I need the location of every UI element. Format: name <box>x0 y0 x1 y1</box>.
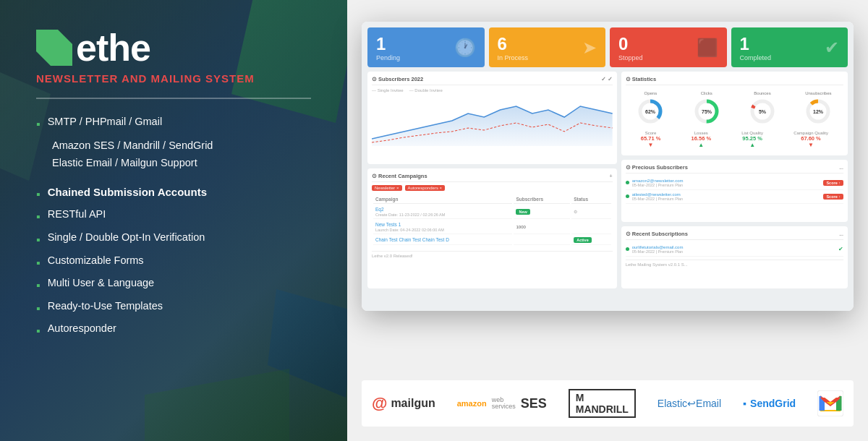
bullet-icon-7: ▪ <box>36 322 41 341</box>
subscriber-dot-1 <box>626 181 629 184</box>
main-container: ethe Newsletter and Mailing System ▪ SMT… <box>0 0 868 441</box>
subscribers-panel-title: ⊙ Subscribers 2022 <box>372 76 423 82</box>
precious-subscribers-panel: ⊙ Precious Subscribers ... amazon2@newsl… <box>621 160 848 222</box>
stat-card-inprocess: 6 In Process ➤ <box>489 27 606 67</box>
stat-info-completed: 1 Completed <box>740 34 772 61</box>
feature-chained: ▪ Chained Submission Accounts <box>36 184 311 204</box>
stat-card-pending: 1 Pending 🕐 <box>367 27 485 67</box>
smtp-group: ▪ SMTP / PHPmail / Gmail Amazon SES / Ma… <box>36 114 311 172</box>
precious-subscribers-header: ⊙ Precious Subscribers ... <box>626 164 843 174</box>
campaign-name-1: Eq2 Create Date: 11-23-2022 / 02:26:26 A… <box>373 205 512 219</box>
elastic-logo: Elastic↩Email <box>658 398 721 409</box>
recent-subscriptions-header: ⊙ Recent Subscriptions ... <box>626 231 843 240</box>
circle-unsub: Unsubscribes 12% <box>804 91 832 125</box>
donut-opens: 62% <box>637 98 664 125</box>
feature-optin: ▪ Single / Double Opt-In Verification <box>36 229 311 249</box>
recent-subs-tag: ... <box>839 231 843 236</box>
recent-sub-row-1: ourlifetutorials@email.com 05-Mar-2022 |… <box>626 243 843 257</box>
campaigns-panel-header: ⊙ Recent Campaigns + <box>372 173 613 182</box>
donut-bounces: 5% <box>749 98 776 125</box>
recent-subscriptions-title: ⊙ Recent Subscriptions <box>626 231 688 237</box>
chart-area <box>372 95 613 153</box>
statistics-panel-header: ⊙ Statistics <box>626 76 843 85</box>
subscriber-dot-2 <box>626 194 629 198</box>
subscribers-tag: ✓ ✓ <box>601 76 613 82</box>
subscriber-details-1: amazon2@newsletter.com 05-Mar-2022 | Pre… <box>632 179 684 187</box>
subscriber-badge-1: Score ↑ <box>823 180 843 186</box>
feature-multiuser: ▪ Multi User & Language <box>36 275 311 295</box>
send-icon: ➤ <box>582 38 597 58</box>
dashboard-footer-left: Lethe v2.0 Released! <box>372 251 613 258</box>
subscriber-left-2: atlested@newsletter.com 05-Mar-2022 | Pr… <box>626 192 684 201</box>
donut-unsub: 12% <box>804 98 832 125</box>
svg-text:62%: 62% <box>645 109 656 114</box>
stat-number-inprocess: 6 <box>498 34 529 54</box>
svg-text:75%: 75% <box>702 109 712 114</box>
circle-opens: Opens 62% <box>637 91 664 125</box>
amazon-web-text: webservices <box>492 397 516 410</box>
campaigns-panel: ⊙ Recent Campaigns + Newsletter × Autore… <box>367 168 617 288</box>
amazon-text: amazon <box>457 399 487 408</box>
col-subscribers: Subscribers <box>514 195 570 204</box>
newsletter-filter[interactable]: Newsletter × <box>372 185 402 191</box>
app-subtitle: Newsletter and Mailing System <box>36 72 311 85</box>
ses-text: SES <box>521 396 547 411</box>
recent-subscriptions-panel: ⊙ Recent Subscriptions ... ourlifetutori… <box>621 226 848 288</box>
circle-bounces: Bounces 5% <box>749 91 776 125</box>
mailgun-logo: @ mailgun <box>372 394 435 413</box>
mandrill-text: M MANDRILL <box>569 389 636 418</box>
autoresponders-filter[interactable]: Autoresponders × <box>405 185 446 191</box>
stat-losses: Losses 16.56 % ▲ <box>692 131 712 148</box>
mailgun-at-icon: @ <box>372 394 387 413</box>
mailgun-text: mailgun <box>391 397 435 410</box>
check-icon-sub: ✔ <box>838 246 843 252</box>
feature-autoresponder: ▪ Autoresponder <box>36 320 311 341</box>
dashboard-screenshot: 1 Pending 🕐 6 In Process ➤ <box>362 22 854 311</box>
dashboard-inner: 1 Pending 🕐 6 In Process ➤ <box>362 22 854 311</box>
subscriber-row-1: amazon2@newsletter.com 05-Mar-2022 | Pre… <box>626 176 843 190</box>
sendgrid-logo: ▪ SendGrid <box>743 398 796 409</box>
campaign-status-3: Active <box>571 236 610 245</box>
precious-subscribers-title: ⊙ Precious Subscribers <box>626 164 688 171</box>
logo-x-shape <box>36 30 72 66</box>
feature-templates: ▪ Ready-to-Use Templates <box>36 298 311 318</box>
gmail-icon <box>817 390 843 416</box>
clock-icon: 🕐 <box>454 38 476 58</box>
campaign-sub-2: 1000 <box>514 220 570 234</box>
stat-values-row: Score 65.71 % ▼ Losses 16.56 % ▲ <box>626 128 843 150</box>
stats-row: 1 Pending 🕐 6 In Process ➤ <box>367 27 848 67</box>
sendgrid-icon: ▪ <box>743 398 746 409</box>
donut-clicks: 75% <box>693 98 720 125</box>
stat-score: Score 65.71 % ▼ <box>641 131 661 148</box>
campaign-table: Campaign Subscribers Status Eq2 <box>372 194 613 247</box>
recent-sub-dot-1 <box>626 247 629 251</box>
campaign-sub-3 <box>514 236 570 245</box>
campaign-table-header: Campaign Subscribers Status <box>373 195 611 204</box>
campaign-sub-1: New <box>514 205 570 219</box>
campaign-name-3: Chain Test Chain Test Chain Test D <box>373 236 512 245</box>
circle-unsub-label: Unsubscribes <box>805 91 831 95</box>
circle-clicks-label: Clicks <box>701 91 712 95</box>
campaigns-tag: + <box>610 174 613 179</box>
stat-number-stopped: 0 <box>618 34 643 54</box>
bullet-icon-1: ▪ <box>36 185 41 204</box>
divider <box>36 98 311 99</box>
stat-list-quality: List Quality 95.25 % ▲ <box>741 131 763 148</box>
feature-smtp-line3: Elastic Email / Mailgun Support <box>36 154 311 172</box>
svg-text:5%: 5% <box>759 109 767 114</box>
stat-label-stopped: Stopped <box>618 54 643 61</box>
bullet-icon-2: ▪ <box>36 207 41 226</box>
campaign-row-1: Eq2 Create Date: 11-23-2022 / 02:26:26 A… <box>373 205 611 219</box>
chart-legend: — Single Invitee — Double Invitee <box>372 88 613 93</box>
campaign-status-2 <box>571 220 610 234</box>
subscribers-panel-header: ⊙ Subscribers 2022 ✓ ✓ <box>372 76 613 85</box>
subscriber-details-2: atlested@newsletter.com 05-Mar-2022 | Pr… <box>632 192 684 201</box>
features-list: ▪ Chained Submission Accounts ▪ RESTful … <box>36 184 311 341</box>
stat-info-pending: 1 Pending <box>376 34 400 61</box>
gmail-logo <box>817 390 843 416</box>
dash-right-col: ⊙ Statistics Opens 62% <box>621 72 848 288</box>
circle-bounces-label: Bounces <box>754 91 770 95</box>
bullet-icon-4: ▪ <box>36 254 41 273</box>
statistics-panel: ⊙ Statistics Opens 62% <box>621 72 848 155</box>
subscriber-left-1: amazon2@newsletter.com 05-Mar-2022 | Pre… <box>626 179 684 187</box>
